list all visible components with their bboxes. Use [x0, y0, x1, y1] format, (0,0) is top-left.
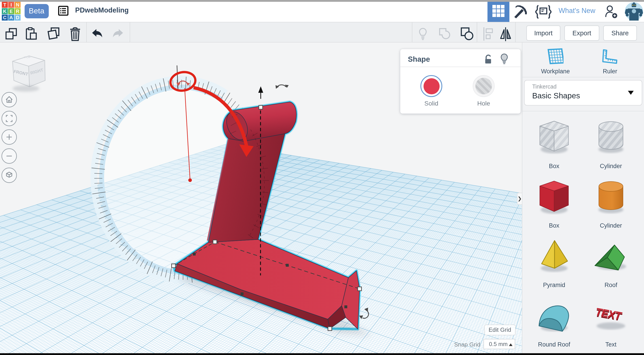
svg-text:E: E	[10, 8, 13, 14]
svg-text:T: T	[3, 2, 6, 8]
svg-text:N: N	[16, 2, 19, 8]
svg-text:D: D	[16, 15, 19, 20]
svg-text:K: K	[3, 8, 6, 14]
svg-text:I: I	[10, 2, 12, 8]
svg-text:C: C	[3, 15, 6, 20]
svg-text:R: R	[16, 8, 19, 14]
svg-text:A: A	[9, 15, 13, 20]
svg-text:TOP: TOP	[24, 56, 32, 59]
